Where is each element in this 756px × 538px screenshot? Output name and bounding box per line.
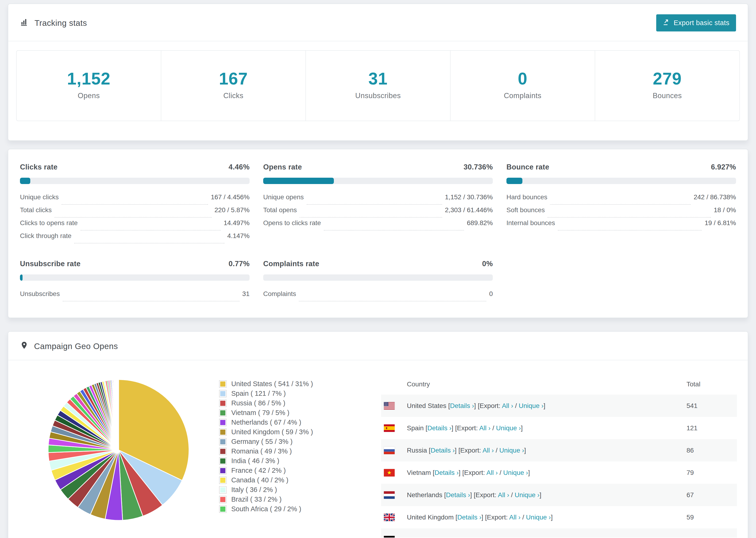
legend-item[interactable]: Italy ( 36 / 2% ) (219, 485, 374, 495)
legend-swatch (219, 438, 227, 446)
export-all-link[interactable]: All › (479, 424, 490, 432)
geo-table-rows: United States [Details ›] [Export: All ›… (381, 395, 737, 538)
export-all-link[interactable]: All › (502, 402, 513, 409)
legend-label: Italy ( 36 / 2% ) (231, 486, 277, 494)
campaign-stats-page: Tracking stats Export basic stats 1,152 … (0, 0, 756, 538)
dotted-leader (63, 301, 240, 301)
bar-chart-icon (20, 18, 29, 28)
geo-header: Campaign Geo Opens (8, 332, 748, 360)
stat-cell: 1,152 Opens (17, 51, 161, 121)
rate-detail-row: Opens to clicks rate 689.82% (263, 219, 493, 232)
legend-item[interactable]: United States ( 541 / 31% ) (219, 379, 374, 389)
details-link[interactable]: Details › (446, 491, 470, 499)
rate-detail-row: Internal bounces 19 / 6.81% (507, 219, 736, 232)
legend-item[interactable]: Germany ( 55 / 3% ) (219, 437, 374, 447)
export-all-link[interactable]: All › (482, 447, 494, 454)
export-all-link[interactable]: All › (486, 469, 498, 476)
geo-title-wrap: Campaign Geo Opens (20, 341, 118, 351)
dotted-leader (74, 243, 225, 243)
dotted-leader (558, 230, 702, 231)
export-unique-link[interactable]: Unique › (519, 402, 544, 409)
stat-label: Opens (17, 91, 161, 100)
details-link[interactable]: Details › (435, 469, 459, 476)
rate-row-label: Total clicks (20, 206, 52, 214)
link-separator: / (509, 491, 514, 499)
rate-row-value: 14.497% (224, 219, 249, 227)
rate-title: Clicks rate (20, 163, 58, 171)
tracking-stats-header: Tracking stats Export basic stats (8, 4, 748, 41)
legend-swatch (219, 457, 227, 465)
legend-item[interactable]: Russia ( 86 / 5% ) (219, 398, 374, 408)
export-prefix: ] [Export: (482, 513, 509, 521)
link-separator: / (494, 447, 499, 454)
rate-progress-fill (20, 274, 23, 281)
legend-swatch (219, 476, 227, 484)
dotted-leader (550, 204, 691, 205)
export-prefix: ] [Export: (455, 447, 482, 454)
legend-item[interactable]: France ( 42 / 2% ) (219, 466, 374, 475)
export-all-link[interactable]: All › (509, 513, 520, 521)
rate-block: Complaints rate 0% Complaints 0 (263, 260, 493, 303)
country-total: 121 (686, 424, 737, 432)
legend-label: Brazil ( 33 / 2% ) (231, 496, 282, 503)
export-button-label: Export basic stats (674, 19, 729, 27)
table-row: United Kingdom [Details ›] [Export: All … (381, 506, 737, 528)
table-row: United States [Details ›] [Export: All ›… (381, 395, 737, 417)
country-name-links: United States [Details ›] [Export: All ›… (407, 402, 686, 409)
stat-label: Bounces (595, 91, 739, 100)
country-total: 86 (686, 447, 737, 454)
export-unique-link[interactable]: Unique › (526, 513, 551, 521)
legend-label: France ( 42 / 2% ) (231, 467, 286, 474)
stat-label: Complaints (451, 91, 595, 100)
rate-detail-row: Click through rate 4.147% (20, 232, 249, 245)
flag-nl-icon (384, 491, 395, 499)
legend-item[interactable]: Brazil ( 33 / 2% ) (219, 495, 374, 504)
country-name: Netherlands [ (407, 491, 446, 499)
rate-row-value: 2,303 / 61.446% (445, 206, 493, 214)
tracking-stats-box: 1,152 Opens 167 Clicks 31 Unsubscribes 0… (16, 50, 740, 121)
rate-value: 0% (482, 260, 493, 268)
legend-swatch (219, 419, 227, 426)
export-all-link[interactable]: All › (498, 491, 509, 499)
country-name: Spain [ (407, 424, 427, 432)
legend-item[interactable]: India ( 46 / 3% ) (219, 456, 374, 466)
rate-detail-row: Clicks to opens rate 14.497% (20, 219, 249, 232)
stat-label: Unsubscribes (306, 91, 450, 100)
legend-item[interactable]: South Africa ( 29 / 2% ) (219, 504, 374, 514)
details-link[interactable]: Details › (431, 447, 455, 454)
details-link[interactable]: Details › (427, 424, 452, 432)
rate-progress-track (20, 178, 249, 184)
legend-label: Canada ( 40 / 2% ) (231, 476, 288, 484)
map-pin-icon (20, 341, 28, 351)
dotted-leader (324, 230, 464, 231)
legend-item[interactable]: Vietnam ( 79 / 5% ) (219, 408, 374, 418)
legend-item[interactable]: Canada ( 40 / 2% ) (219, 475, 374, 485)
export-unique-link[interactable]: Unique › (503, 469, 528, 476)
country-total: 79 (686, 469, 737, 476)
legend-item[interactable]: United Kingdom ( 59 / 3% ) (219, 427, 374, 437)
legend-swatch (219, 448, 227, 455)
details-link[interactable]: Details › (458, 513, 482, 521)
rate-row-value: 31 (242, 290, 249, 297)
legend-item[interactable]: Netherlands ( 67 / 4% ) (219, 418, 374, 427)
rate-progress-fill (20, 178, 30, 184)
export-unique-link[interactable]: Unique › (499, 447, 524, 454)
export-unique-link[interactable]: Unique › (514, 491, 540, 499)
legend-item[interactable]: Romania ( 49 / 3% ) (219, 447, 374, 456)
rate-block: Unsubscribe rate 0.77% Unsubscribes 31 (20, 260, 249, 303)
page-title: Tracking stats (34, 18, 87, 28)
country-name: Vietnam [ (407, 469, 435, 476)
flag-vn-icon (384, 469, 395, 476)
rate-title: Opens rate (263, 163, 302, 171)
legend-item[interactable]: Spain ( 121 / 7% ) (219, 389, 374, 398)
rate-value: 0.77% (229, 260, 249, 268)
details-link[interactable]: Details › (450, 402, 474, 409)
rates-card: Clicks rate 4.46% Unique clicks 167 / 4.… (8, 149, 748, 318)
rate-block: Bounce rate 6.927% Hard bounces 242 / 86… (507, 163, 736, 245)
dotted-leader (299, 217, 442, 218)
rates-grid: Clicks rate 4.46% Unique clicks 167 / 4.… (20, 163, 736, 303)
export-basic-stats-button[interactable]: Export basic stats (656, 14, 736, 31)
legend-swatch (219, 390, 227, 398)
export-unique-link[interactable]: Unique › (496, 424, 521, 432)
geo-table-header: Country Total (381, 374, 737, 395)
